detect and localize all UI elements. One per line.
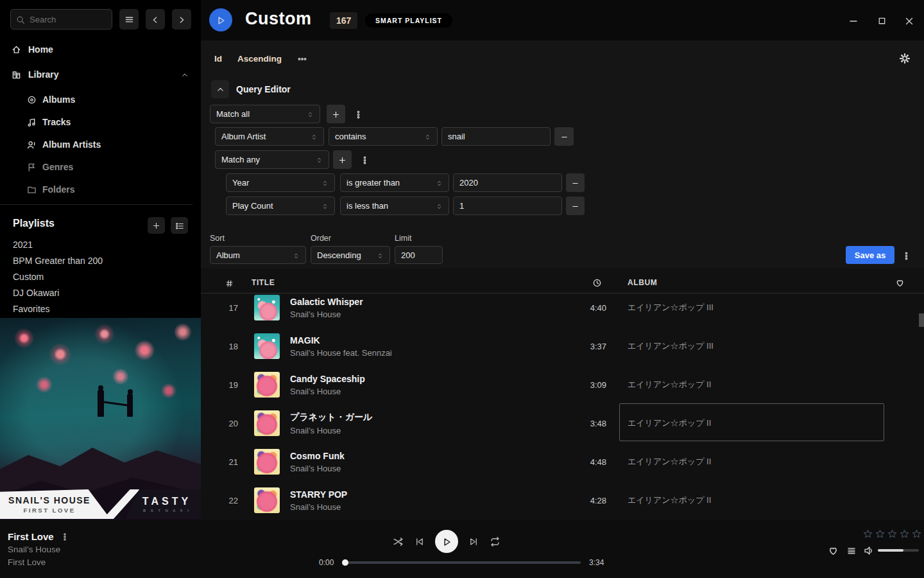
match-type-select-group2[interactable]: Match any: [215, 150, 329, 169]
now-playing-title[interactable]: First Love: [8, 531, 54, 542]
title-column-header[interactable]: TITLE: [252, 278, 275, 287]
rule2-operator-select[interactable]: is greater than: [340, 173, 449, 192]
now-playing-artist[interactable]: Snail’s House: [8, 545, 60, 554]
sidebar-item-album-artists[interactable]: Album Artists: [0, 137, 201, 152]
limit-input[interactable]: [395, 246, 443, 264]
rule3-field-select[interactable]: Play Count: [226, 197, 335, 215]
track-title[interactable]: MAGIK: [290, 335, 547, 346]
repeat-button[interactable]: [490, 536, 501, 547]
rating-stars[interactable]: [863, 528, 921, 539]
track-row[interactable]: 20 プラネット・ガール Snail’s House 3:48 エイリアン☆ポッ…: [201, 404, 924, 442]
playlist-item[interactable]: Favorites: [13, 304, 186, 317]
shuffle-button[interactable]: [393, 536, 404, 547]
sort-field-button[interactable]: Id: [214, 54, 222, 64]
track-album[interactable]: エイリアン☆ポップ II: [628, 495, 924, 506]
track-row[interactable]: 17 Galactic Whisper Snail’s House 4:40 エ…: [201, 294, 924, 327]
track-artist[interactable]: Snail’s House: [290, 464, 547, 473]
more-options-button[interactable]: [297, 53, 307, 64]
sidebar-item-folders[interactable]: Folders: [0, 182, 201, 197]
forward-button[interactable]: [172, 9, 191, 30]
star-icon[interactable]: [900, 528, 909, 539]
scrollbar-thumb[interactable]: [919, 313, 924, 327]
track-row[interactable]: 19 Candy Spaceship Snail’s House 3:09 エイ…: [201, 365, 924, 404]
save-as-button[interactable]: Save as: [846, 246, 894, 264]
sidebar-item-genres[interactable]: Genres: [0, 159, 201, 175]
window-minimize-button[interactable]: [848, 15, 859, 26]
rule3-operator-select[interactable]: is less than: [340, 197, 449, 215]
star-icon[interactable]: [912, 528, 921, 539]
rule1-field-select[interactable]: Album Artist: [215, 127, 324, 146]
duration-column-header[interactable]: [592, 278, 602, 288]
track-title[interactable]: Candy Spaceship: [290, 374, 547, 384]
match-type-select-group1[interactable]: Match all: [210, 105, 320, 123]
playlist-item[interactable]: DJ Okawari: [13, 288, 186, 301]
seek-slider[interactable]: [343, 561, 581, 564]
sort-order-button[interactable]: Ascending: [237, 54, 282, 64]
track-album-art[interactable]: [254, 333, 280, 359]
track-album-art[interactable]: [254, 372, 280, 398]
group1-menu-button[interactable]: [352, 105, 364, 123]
rule2-remove-button[interactable]: [566, 173, 585, 192]
track-album[interactable]: エイリアン☆ポップ II: [628, 456, 924, 468]
collapse-chevron-icon[interactable]: [181, 69, 189, 80]
playlist-item[interactable]: 2021: [13, 240, 186, 252]
album-column-header[interactable]: ALBUM: [628, 278, 657, 287]
rule3-value-input[interactable]: [453, 197, 562, 215]
rule1-operator-select[interactable]: contains: [329, 127, 438, 146]
playlist-item[interactable]: Custom: [13, 272, 186, 285]
query-menu-button[interactable]: [900, 246, 912, 265]
track-row[interactable]: 22 STARRY POP Snail’s House 4:28 エイリアン☆ポ…: [201, 481, 924, 520]
index-column-header[interactable]: [225, 279, 234, 288]
rule1-value-input[interactable]: [441, 127, 551, 146]
now-playing-menu-button[interactable]: [60, 530, 69, 542]
star-icon[interactable]: [875, 528, 885, 539]
play-playlist-button[interactable]: [209, 8, 232, 31]
star-icon[interactable]: [863, 528, 873, 539]
track-artist[interactable]: Snail’s House: [290, 426, 547, 435]
search-input[interactable]: [30, 15, 107, 24]
now-playing-album[interactable]: First Love: [8, 557, 46, 567]
sidebar-item-tracks[interactable]: Tracks: [0, 114, 201, 130]
track-album-art[interactable]: [254, 449, 280, 475]
settings-button[interactable]: [899, 52, 911, 64]
track-title[interactable]: プラネット・ガール: [290, 412, 547, 423]
sidebar-item-albums[interactable]: Albums: [0, 92, 201, 107]
track-title[interactable]: Cosmo Funk: [290, 451, 547, 461]
previous-button[interactable]: [415, 536, 424, 547]
track-album[interactable]: エイリアン☆ポップ III: [628, 340, 924, 352]
menu-button[interactable]: [119, 9, 139, 30]
track-artist[interactable]: Snail’s House: [290, 310, 547, 319]
sidebar-item-home[interactable]: Home: [0, 42, 201, 57]
track-row[interactable]: 18 MAGIK Snail’s House feat. Sennzai 3:3…: [201, 327, 924, 365]
track-album-art[interactable]: [254, 295, 280, 320]
seek-handle[interactable]: [342, 559, 348, 566]
group2-menu-button[interactable]: [359, 150, 370, 169]
track-artist[interactable]: Snail’s House: [290, 387, 547, 396]
window-close-button[interactable]: [903, 15, 915, 26]
playlist-item[interactable]: BPM Greater than 200: [13, 256, 186, 268]
track-title[interactable]: STARRY POP: [290, 489, 547, 500]
volume-slider[interactable]: [878, 549, 919, 552]
sidebar-item-library[interactable]: Library: [0, 67, 201, 82]
search-box[interactable]: [10, 9, 112, 30]
window-maximize-button[interactable]: [876, 15, 887, 26]
next-button[interactable]: [469, 536, 479, 547]
track-album[interactable]: エイリアン☆ポップ II: [628, 379, 924, 390]
rule2-field-select[interactable]: Year: [226, 173, 335, 192]
volume-button[interactable]: [864, 545, 875, 556]
track-row[interactable]: 21 Cosmo Funk Snail’s House 4:48 エイリアン☆ポ…: [201, 442, 924, 481]
favorite-button[interactable]: [828, 545, 839, 556]
play-pause-button[interactable]: [435, 530, 458, 553]
add-rule-button-group2[interactable]: [333, 150, 352, 169]
star-icon[interactable]: [887, 528, 897, 539]
query-editor-collapse-button[interactable]: [211, 80, 229, 98]
track-album[interactable]: エイリアン☆ポップ II: [628, 417, 924, 429]
order-select[interactable]: Descending: [311, 246, 390, 264]
track-title[interactable]: Galactic Whisper: [290, 297, 547, 307]
rule3-remove-button[interactable]: [566, 197, 585, 215]
add-rule-button-group1[interactable]: [327, 105, 345, 123]
back-button[interactable]: [146, 9, 165, 30]
queue-button[interactable]: [846, 545, 857, 556]
track-album-art[interactable]: [254, 487, 280, 513]
playlist-list-button[interactable]: [171, 217, 188, 234]
